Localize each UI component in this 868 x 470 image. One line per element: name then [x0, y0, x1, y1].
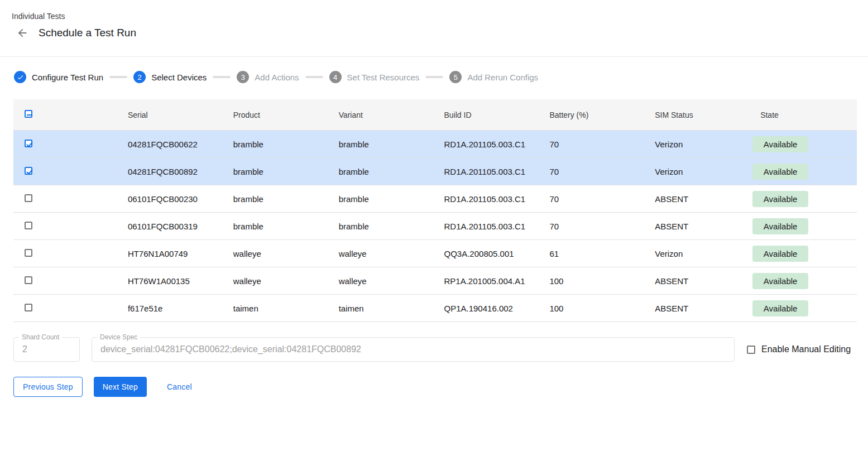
cell-sim-status: ABSENT: [646, 304, 751, 313]
step-circle: 4: [329, 71, 342, 83]
cell-variant: walleye: [330, 276, 435, 286]
device-row[interactable]: 04281FQCB00622 bramble bramble RD1A.2011…: [13, 131, 857, 158]
device-spec-input[interactable]: [92, 338, 734, 361]
device-row[interactable]: f617e51e taimen taimen QP1A.190416.002 1…: [13, 295, 857, 322]
column-header-build-id: Build ID: [435, 111, 541, 119]
schedule-test-run-page: Individual Tests Schedule a Test Run 1 C…: [0, 12, 868, 397]
cell-sim-status: Verizon: [646, 249, 751, 258]
row-checkbox-cell: [13, 222, 119, 231]
cell-battery: 70: [540, 140, 646, 149]
stepper-step[interactable]: 5 Add Rerun Configs: [449, 71, 538, 83]
cell-serial: 06101FQCB00230: [119, 194, 224, 204]
shard-count-field: Shard Count: [13, 337, 80, 362]
row-checkbox-cell: [13, 140, 119, 149]
row-checkbox[interactable]: [25, 167, 32, 175]
cell-build-id: RP1A.201005.004.A1: [435, 276, 541, 286]
cell-variant: bramble: [330, 222, 435, 231]
row-checkbox[interactable]: [25, 249, 32, 257]
cell-build-id: RD1A.201105.003.C1: [435, 140, 541, 149]
cell-battery: 70: [540, 194, 646, 204]
action-buttons: Previous Step Next Step Cancel: [13, 377, 868, 397]
stepper-step[interactable]: 1 Configure Test Run: [14, 71, 103, 83]
cancel-button[interactable]: Cancel: [158, 377, 201, 397]
row-checkbox[interactable]: [25, 140, 32, 147]
cell-sim-status: ABSENT: [646, 276, 751, 286]
stepper-step[interactable]: 4 Set Test Resources: [329, 71, 420, 83]
cell-battery: 61: [540, 249, 646, 258]
step-circle: 2: [133, 71, 146, 83]
step-number: 5: [454, 73, 458, 81]
device-row[interactable]: HT76N1A00749 walleye walleye QQ3A.200805…: [13, 240, 857, 267]
cell-state: Available: [751, 164, 857, 180]
step-number: 2: [138, 73, 142, 81]
cell-sim-status: ABSENT: [646, 222, 751, 231]
cell-build-id: QQ3A.200805.001: [435, 249, 541, 258]
cell-product: bramble: [224, 194, 330, 204]
state-chip: Available: [752, 246, 808, 262]
row-checkbox[interactable]: [25, 194, 32, 202]
device-row[interactable]: HT76W1A00135 walleye walleye RP1A.201005…: [13, 267, 857, 295]
column-header-battery: Battery (%): [540, 111, 646, 119]
select-all-checkbox[interactable]: [25, 110, 32, 118]
device-row[interactable]: 04281FQCB00892 bramble bramble RD1A.2011…: [13, 158, 857, 185]
next-step-button[interactable]: Next Step: [94, 377, 147, 397]
device-row[interactable]: 06101FQCB00319 bramble bramble RD1A.2011…: [13, 213, 857, 240]
cell-product: walleye: [224, 249, 330, 258]
device-row[interactable]: 06101FQCB00230 bramble bramble RD1A.2011…: [13, 185, 857, 213]
device-table: Serial Product Variant Build ID Battery …: [13, 99, 857, 322]
state-chip: Available: [752, 136, 808, 152]
row-checkbox[interactable]: [25, 304, 32, 311]
column-header-product: Product: [224, 111, 330, 119]
cell-battery: 70: [540, 222, 646, 231]
cell-sim-status: Verizon: [646, 167, 751, 176]
device-spec-label: Device Spec: [97, 333, 140, 341]
title-row: Schedule a Test Run: [16, 26, 868, 40]
row-checkbox-cell: [13, 276, 119, 286]
cell-variant: bramble: [330, 140, 435, 149]
cell-state: Available: [751, 246, 857, 262]
breadcrumb: Individual Tests: [12, 12, 868, 21]
cell-build-id: QP1A.190416.002: [435, 304, 541, 313]
device-spec-form: Shard Count Device Spec Enable Manual Ed…: [13, 337, 857, 362]
column-header-sim-status: SIM Status: [646, 111, 751, 119]
cell-battery: 100: [540, 276, 646, 286]
stepper-step[interactable]: 3 Add Actions: [237, 71, 299, 83]
column-header-state: State: [751, 111, 857, 119]
row-checkbox[interactable]: [25, 222, 32, 229]
shard-count-input[interactable]: [14, 338, 79, 361]
cell-state: Available: [751, 218, 857, 234]
step-connector: [305, 76, 323, 78]
enable-manual-editing-control[interactable]: Enable Manual Editing: [747, 344, 851, 354]
cell-sim-status: ABSENT: [646, 194, 751, 204]
step-label: Add Actions: [255, 73, 299, 82]
cell-product: bramble: [224, 140, 330, 149]
cell-build-id: RD1A.201105.003.C1: [435, 222, 541, 231]
cell-variant: bramble: [330, 167, 435, 176]
shard-count-label: Shard Count: [19, 333, 62, 341]
cell-state: Available: [751, 191, 857, 207]
column-header-serial: Serial: [119, 111, 224, 119]
cell-product: taimen: [224, 304, 330, 313]
enable-manual-editing-label: Enable Manual Editing: [761, 344, 851, 354]
state-chip: Available: [752, 218, 808, 234]
previous-step-button[interactable]: Previous Step: [13, 377, 83, 397]
cell-sim-status: Verizon: [646, 140, 751, 149]
cell-product: bramble: [224, 167, 330, 176]
step-circle: 3: [237, 71, 249, 83]
row-checkbox[interactable]: [25, 276, 32, 284]
stepper-step[interactable]: 2 Select Devices: [133, 71, 207, 83]
step-label: Configure Test Run: [32, 73, 103, 82]
row-checkbox-cell: [13, 167, 119, 176]
state-chip: Available: [752, 164, 808, 180]
step-number: 3: [241, 73, 245, 81]
enable-manual-editing-checkbox[interactable]: [747, 346, 755, 354]
step-circle: 1: [14, 71, 26, 83]
step-label: Add Rerun Configs: [467, 73, 538, 82]
back-button[interactable]: [16, 26, 29, 40]
cell-state: Available: [751, 300, 857, 316]
device-table-body: 04281FQCB00622 bramble bramble RD1A.2011…: [13, 131, 857, 322]
check-icon: [17, 74, 24, 81]
row-checkbox-cell: [13, 304, 119, 313]
cell-build-id: RD1A.201105.003.C1: [435, 194, 541, 204]
state-chip: Available: [752, 300, 808, 316]
